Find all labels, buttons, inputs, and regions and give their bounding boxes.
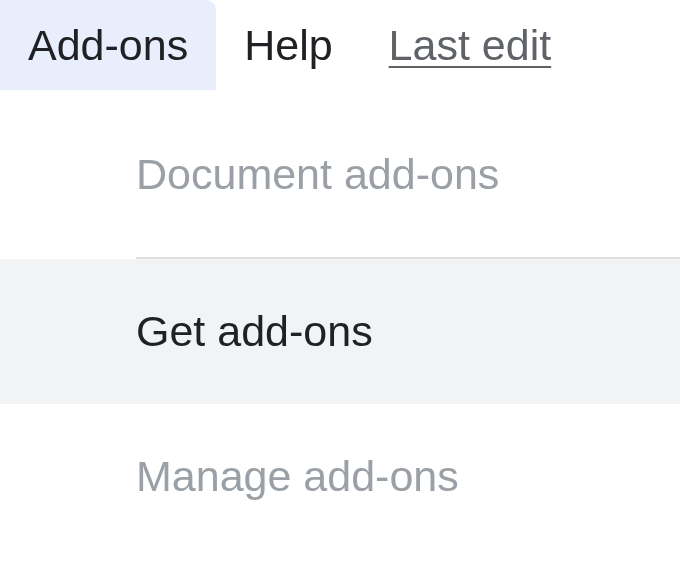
menu-item-manage-addons[interactable]: Manage add-ons [0,404,680,549]
menu-addons[interactable]: Add-ons [0,0,216,90]
menubar: Add-ons Help Last edit [0,0,680,90]
menu-help[interactable]: Help [216,0,360,90]
last-edit-link[interactable]: Last edit [361,0,552,90]
menu-item-get-addons[interactable]: Get add-ons [0,259,680,404]
dropdown-section-header: Document add-ons [0,90,680,257]
addons-dropdown: Document add-ons Get add-ons Manage add-… [0,90,680,549]
